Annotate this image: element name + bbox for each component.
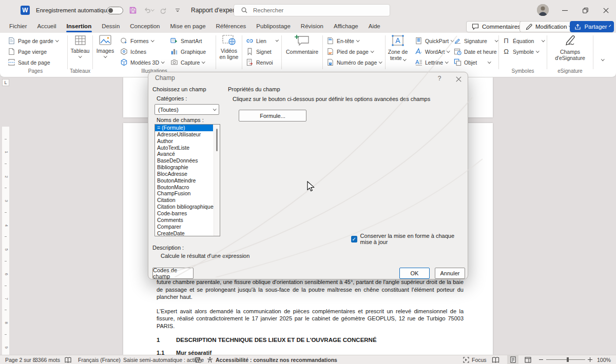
field-name-option[interactable]: Author [155, 138, 213, 145]
document-text[interactable]: future chambre parentale, une fissure ob… [157, 278, 464, 355]
3d-models-button[interactable]: Modèles 3D [120, 57, 164, 67]
field-name-option[interactable]: Avancé [155, 151, 213, 157]
field-name-option[interactable]: BoutonMacro [155, 184, 213, 191]
redo-button[interactable] [158, 6, 167, 15]
field-name-option[interactable]: Bibliographie [155, 164, 213, 171]
page-number-button[interactable]: Numéro de page [326, 57, 382, 67]
focus-button[interactable]: Focus [463, 355, 487, 364]
field-name-option[interactable]: AutoTextListe [155, 145, 213, 151]
tab-conception[interactable]: Conception [125, 21, 165, 33]
field-name-option[interactable]: BoutonAtteindre [155, 177, 213, 184]
field-name-option[interactable]: ChampFusion [155, 190, 213, 197]
zoom-in-button[interactable] [588, 355, 592, 364]
icons-button[interactable]: Icônes [120, 47, 146, 56]
tab-révision[interactable]: Révision [296, 21, 329, 33]
field-name-option[interactable]: BlocAdresse [155, 171, 213, 177]
tab-fichier[interactable]: Fichier [4, 21, 32, 33]
field-name-option[interactable]: CreateDate [155, 230, 213, 237]
tab-aide[interactable]: Aide [363, 21, 386, 33]
text-box-button[interactable]: A Zone de texte [386, 34, 410, 61]
page-indicator[interactable]: Page 2 sur 8 [5, 355, 36, 364]
save-button[interactable] [128, 6, 138, 15]
tab-mise-en-page[interactable]: Mise en page [165, 21, 211, 33]
tab-affichage[interactable]: Affichage [329, 21, 363, 33]
accessibility-status[interactable]: Accessibilité : consultez nos recommanda… [206, 355, 337, 364]
bookmark-button[interactable]: Signet [245, 47, 272, 56]
tab-stop-selector[interactable]: L [2, 79, 9, 86]
esignature-fields-button[interactable]: Champs d'eSignature [550, 34, 590, 61]
zoom-slider-track[interactable] [546, 359, 585, 360]
wordart-button[interactable]: WordArt [414, 47, 450, 56]
signature-line-button[interactable]: Signature [453, 36, 497, 46]
search-input[interactable]: Rechercher [234, 4, 390, 16]
word-logo-icon[interactable]: W [21, 6, 30, 15]
equation-button[interactable]: Π Équation [502, 36, 544, 46]
images-button[interactable]: Images [94, 34, 117, 57]
minimize-button[interactable] [554, 0, 575, 21]
field-name-option[interactable]: Comments [155, 217, 213, 224]
read-mode-button[interactable] [492, 355, 499, 364]
autosave-toggle[interactable] [107, 7, 123, 14]
cover-page-button[interactable]: Page de garde [7, 36, 58, 46]
collapse-ribbon-chevron-icon[interactable] [601, 57, 604, 60]
symbol-button[interactable]: Ω Symbole [502, 47, 538, 56]
undo-button[interactable] [143, 6, 154, 15]
blank-page-button[interactable]: Page vierge [7, 47, 47, 56]
quick-access-customize-button[interactable] [174, 6, 182, 14]
field-names-listbox[interactable]: = (Formule)AdresseUtilisateurAuthorAutoT… [155, 124, 220, 236]
object-button[interactable]: Objet [453, 57, 497, 67]
print-layout-button[interactable] [507, 355, 518, 364]
field-codes-button[interactable]: Codes de champ [152, 268, 194, 279]
online-videos-button[interactable]: Vidéos en ligne [218, 34, 240, 60]
dialog-close-button[interactable] [454, 74, 463, 84]
chart-button[interactable]: Graphique [170, 47, 206, 56]
drop-cap-button[interactable]: A Lettrine [414, 57, 448, 67]
screenshot-button[interactable]: Capture [170, 57, 205, 67]
close-button[interactable] [595, 0, 616, 21]
header-button[interactable]: En-tête [326, 36, 359, 46]
shapes-button[interactable]: Formes [120, 36, 153, 46]
quick-parts-button[interactable]: QuickPart [414, 36, 454, 46]
account-avatar[interactable] [537, 4, 549, 16]
zoom-slider-thumb[interactable] [567, 357, 569, 362]
word-count[interactable]: 3366 mots [35, 355, 60, 364]
tab-publipostage[interactable]: Publipostage [251, 21, 296, 33]
tab-références[interactable]: Références [211, 21, 252, 33]
proofing-icon[interactable] [65, 355, 71, 364]
new-comment-button[interactable]: Commentaire [284, 34, 320, 55]
comments-button[interactable]: Commentaires [466, 21, 526, 32]
editing-mode-button[interactable]: Modification [519, 21, 577, 32]
scrollbar-thumb[interactable] [216, 129, 218, 151]
field-name-option[interactable]: AdresseUtilisateur [155, 131, 213, 138]
tab-dessin[interactable]: Dessin [97, 21, 125, 33]
ok-button[interactable]: OK [399, 268, 430, 279]
zoom-level[interactable]: 100% [597, 355, 611, 364]
restore-button[interactable] [575, 0, 595, 21]
dialog-help-button[interactable]: ? [435, 74, 444, 83]
listbox-scrollbar[interactable] [214, 125, 220, 236]
share-button[interactable]: Partager [570, 21, 614, 32]
tab-insertion[interactable]: Insertion [62, 21, 97, 33]
table-button[interactable]: Tableau [70, 34, 90, 57]
tab-accueil[interactable]: Accueil [32, 21, 62, 33]
field-name-option[interactable]: Citation [155, 197, 213, 204]
cancel-button[interactable]: Annuler [435, 268, 465, 279]
footer-button[interactable]: Pied de page [326, 47, 373, 56]
link-button[interactable]: Lien [245, 36, 278, 46]
language-indicator[interactable]: Français (France) [78, 355, 121, 364]
cross-reference-button[interactable]: Renvoi [245, 57, 273, 67]
categories-dropdown[interactable]: (Toutes) [155, 104, 219, 115]
field-name-option[interactable]: BaseDeDonnées [155, 157, 213, 164]
zoom-out-button[interactable] [539, 355, 543, 364]
field-name-option[interactable]: Code-barres [155, 210, 213, 217]
web-layout-button[interactable] [525, 355, 531, 364]
field-name-option[interactable]: Citation bibliographique [155, 204, 213, 210]
field-name-option[interactable]: = (Formule) [155, 125, 213, 131]
field-name-option[interactable]: Comparer [155, 224, 213, 230]
date-time-button[interactable]: Date et heure [453, 47, 497, 56]
history-icon[interactable] [195, 355, 202, 364]
page-break-button[interactable]: Saut de page [7, 57, 50, 67]
smartart-button[interactable]: SmartArt [170, 36, 202, 46]
formula-button[interactable]: Formule... [239, 110, 306, 122]
autocomplete-status[interactable]: Saisie semi-automatique : activée [123, 355, 204, 364]
